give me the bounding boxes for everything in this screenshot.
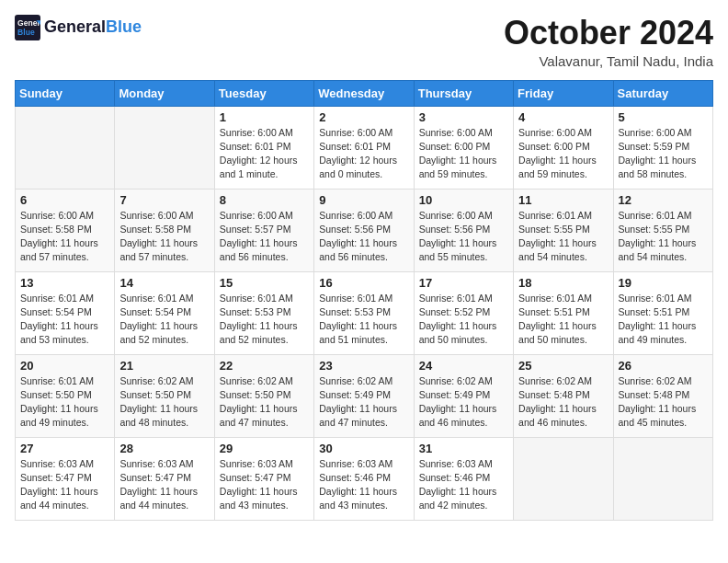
- day-info: Sunrise: 6:00 AM Sunset: 6:01 PM Dayligh…: [319, 126, 408, 182]
- calendar-cell: 19Sunrise: 6:01 AM Sunset: 5:51 PM Dayli…: [613, 271, 712, 354]
- day-info: Sunrise: 6:01 AM Sunset: 5:54 PM Dayligh…: [119, 292, 209, 348]
- calendar-cell: 28Sunrise: 6:03 AM Sunset: 5:47 PM Dayli…: [115, 437, 214, 520]
- svg-text:General: General: [17, 18, 40, 28]
- day-info: Sunrise: 6:02 AM Sunset: 5:48 PM Dayligh…: [619, 374, 708, 431]
- day-info: Sunrise: 6:01 AM Sunset: 5:53 PM Dayligh…: [220, 292, 309, 348]
- weekday-header-friday: Friday: [514, 80, 613, 106]
- calendar-cell: 6Sunrise: 6:00 AM Sunset: 5:58 PM Daylig…: [16, 189, 115, 271]
- calendar-cell: 10Sunrise: 6:00 AM Sunset: 5:56 PM Dayli…: [414, 189, 513, 271]
- day-info: Sunrise: 6:01 AM Sunset: 5:55 PM Dayligh…: [619, 209, 708, 265]
- day-info: Sunrise: 6:00 AM Sunset: 6:01 PM Dayligh…: [220, 126, 309, 182]
- day-info: Sunrise: 6:03 AM Sunset: 5:47 PM Dayligh…: [119, 457, 209, 513]
- day-info: Sunrise: 6:02 AM Sunset: 5:49 PM Dayligh…: [419, 374, 508, 431]
- weekday-header-monday: Monday: [115, 80, 214, 106]
- day-info: Sunrise: 6:01 AM Sunset: 5:51 PM Dayligh…: [518, 292, 608, 348]
- day-info: Sunrise: 6:01 AM Sunset: 5:54 PM Dayligh…: [20, 292, 109, 348]
- location: Valavanur, Tamil Nadu, India: [504, 53, 713, 69]
- calendar-cell: 4Sunrise: 6:00 AM Sunset: 6:00 PM Daylig…: [514, 106, 613, 189]
- calendar-cell: 22Sunrise: 6:02 AM Sunset: 5:50 PM Dayli…: [214, 354, 313, 437]
- month-title: October 2024: [504, 15, 713, 52]
- calendar-cell: 13Sunrise: 6:01 AM Sunset: 5:54 PM Dayli…: [16, 271, 115, 354]
- day-number: 7: [119, 193, 209, 207]
- weekday-header-sunday: Sunday: [16, 80, 115, 106]
- day-number: 8: [220, 193, 309, 207]
- day-number: 25: [518, 359, 608, 373]
- day-number: 9: [319, 193, 408, 207]
- day-number: 16: [319, 276, 408, 290]
- calendar-cell: 20Sunrise: 6:01 AM Sunset: 5:50 PM Dayli…: [16, 354, 115, 437]
- day-info: Sunrise: 6:01 AM Sunset: 5:53 PM Dayligh…: [319, 292, 408, 348]
- calendar-cell: 29Sunrise: 6:03 AM Sunset: 5:47 PM Dayli…: [214, 437, 313, 520]
- calendar-cell: 18Sunrise: 6:01 AM Sunset: 5:51 PM Dayli…: [514, 271, 613, 354]
- day-info: Sunrise: 6:02 AM Sunset: 5:50 PM Dayligh…: [119, 374, 209, 431]
- day-number: 29: [220, 442, 309, 455]
- weekday-header-tuesday: Tuesday: [214, 80, 313, 106]
- day-number: 10: [419, 193, 508, 207]
- svg-text:Blue: Blue: [17, 28, 35, 37]
- calendar-cell: 31Sunrise: 6:03 AM Sunset: 5:46 PM Dayli…: [414, 437, 513, 520]
- calendar-cell: 3Sunrise: 6:00 AM Sunset: 6:00 PM Daylig…: [414, 106, 513, 189]
- day-number: 30: [319, 442, 408, 455]
- weekday-header-wednesday: Wednesday: [314, 80, 414, 106]
- calendar-cell: 7Sunrise: 6:00 AM Sunset: 5:58 PM Daylig…: [115, 189, 214, 271]
- day-number: 23: [319, 359, 408, 373]
- day-info: Sunrise: 6:01 AM Sunset: 5:52 PM Dayligh…: [419, 292, 508, 348]
- day-info: Sunrise: 6:01 AM Sunset: 5:51 PM Dayligh…: [619, 292, 708, 348]
- title-block: October 2024 Valavanur, Tamil Nadu, Indi…: [504, 15, 713, 69]
- logo-text: GeneralBlue: [44, 18, 142, 37]
- day-number: 18: [518, 276, 608, 290]
- day-number: 31: [419, 442, 508, 455]
- day-number: 13: [20, 276, 109, 290]
- day-info: Sunrise: 6:00 AM Sunset: 6:00 PM Dayligh…: [518, 126, 608, 182]
- day-info: Sunrise: 6:00 AM Sunset: 5:56 PM Dayligh…: [319, 209, 408, 265]
- day-number: 15: [220, 276, 309, 290]
- day-number: 11: [518, 193, 608, 207]
- day-number: 21: [119, 359, 209, 373]
- calendar-cell: 15Sunrise: 6:01 AM Sunset: 5:53 PM Dayli…: [214, 271, 313, 354]
- day-number: 26: [619, 359, 708, 373]
- day-number: 20: [20, 359, 109, 373]
- logo: General Blue GeneralBlue: [15, 15, 142, 40]
- day-info: Sunrise: 6:00 AM Sunset: 5:56 PM Dayligh…: [419, 209, 508, 265]
- day-info: Sunrise: 6:03 AM Sunset: 5:47 PM Dayligh…: [220, 457, 309, 513]
- calendar-cell: 21Sunrise: 6:02 AM Sunset: 5:50 PM Dayli…: [115, 354, 214, 437]
- day-info: Sunrise: 6:02 AM Sunset: 5:49 PM Dayligh…: [319, 374, 408, 431]
- day-number: 1: [220, 110, 309, 124]
- calendar-cell: 12Sunrise: 6:01 AM Sunset: 5:55 PM Dayli…: [613, 189, 712, 271]
- day-number: 3: [419, 110, 508, 124]
- day-info: Sunrise: 6:00 AM Sunset: 6:00 PM Dayligh…: [419, 126, 508, 182]
- calendar-cell: 23Sunrise: 6:02 AM Sunset: 5:49 PM Dayli…: [314, 354, 414, 437]
- weekday-header-saturday: Saturday: [613, 80, 712, 106]
- day-number: 4: [518, 110, 608, 124]
- calendar-cell: 9Sunrise: 6:00 AM Sunset: 5:56 PM Daylig…: [314, 189, 414, 271]
- calendar-table: SundayMondayTuesdayWednesdayThursdayFrid…: [15, 80, 713, 521]
- calendar-cell: 8Sunrise: 6:00 AM Sunset: 5:57 PM Daylig…: [214, 189, 313, 271]
- calendar-cell: 25Sunrise: 6:02 AM Sunset: 5:48 PM Dayli…: [514, 354, 613, 437]
- day-number: 6: [20, 193, 109, 207]
- day-info: Sunrise: 6:00 AM Sunset: 5:58 PM Dayligh…: [119, 209, 209, 265]
- page-header: General Blue GeneralBlue October 2024 Va…: [15, 15, 713, 69]
- day-number: 28: [119, 442, 209, 455]
- calendar-cell: 1Sunrise: 6:00 AM Sunset: 6:01 PM Daylig…: [214, 106, 313, 189]
- calendar-cell: [115, 106, 214, 189]
- day-number: 14: [119, 276, 209, 290]
- day-number: 27: [20, 442, 109, 455]
- day-info: Sunrise: 6:01 AM Sunset: 5:50 PM Dayligh…: [20, 374, 109, 431]
- day-info: Sunrise: 6:00 AM Sunset: 5:57 PM Dayligh…: [220, 209, 309, 265]
- day-info: Sunrise: 6:00 AM Sunset: 5:59 PM Dayligh…: [619, 126, 708, 182]
- day-number: 19: [619, 276, 708, 290]
- calendar-cell: 16Sunrise: 6:01 AM Sunset: 5:53 PM Dayli…: [314, 271, 414, 354]
- day-number: 2: [319, 110, 408, 124]
- day-number: 22: [220, 359, 309, 373]
- calendar-cell: 2Sunrise: 6:00 AM Sunset: 6:01 PM Daylig…: [314, 106, 414, 189]
- day-info: Sunrise: 6:03 AM Sunset: 5:47 PM Dayligh…: [20, 457, 109, 513]
- calendar-cell: [613, 437, 712, 520]
- calendar-cell: 17Sunrise: 6:01 AM Sunset: 5:52 PM Dayli…: [414, 271, 513, 354]
- day-info: Sunrise: 6:01 AM Sunset: 5:55 PM Dayligh…: [518, 209, 608, 265]
- calendar-cell: 27Sunrise: 6:03 AM Sunset: 5:47 PM Dayli…: [16, 437, 115, 520]
- day-info: Sunrise: 6:03 AM Sunset: 5:46 PM Dayligh…: [319, 457, 408, 513]
- calendar-cell: 5Sunrise: 6:00 AM Sunset: 5:59 PM Daylig…: [613, 106, 712, 189]
- calendar-cell: 14Sunrise: 6:01 AM Sunset: 5:54 PM Dayli…: [115, 271, 214, 354]
- calendar-cell: 26Sunrise: 6:02 AM Sunset: 5:48 PM Dayli…: [613, 354, 712, 437]
- logo-icon: General Blue: [15, 15, 40, 40]
